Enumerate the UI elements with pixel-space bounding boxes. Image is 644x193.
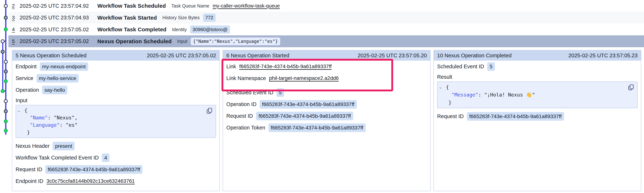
event-name: Workflow Task Completed xyxy=(97,26,166,33)
panel-title: 6 Nexus Operation Started xyxy=(226,52,289,59)
panel-header: 6 Nexus Operation Started 2025-02-25 UTC… xyxy=(223,50,430,61)
timeline-dot-started xyxy=(4,16,8,19)
history-size-badge: 772 xyxy=(203,13,216,22)
endpoint-badge: my-nexus-endpoint xyxy=(40,62,88,71)
json-code-line: { xyxy=(20,107,212,114)
timeline-dot-started xyxy=(4,109,8,113)
event-timestamp: 2025-02-25 UTC 23:57:04.93 xyxy=(20,15,97,21)
event-id-link[interactable]: 5 xyxy=(12,38,20,44)
event-attr-label: Input xyxy=(177,39,188,44)
task-queue-link[interactable]: my-caller-workflow-task-queue xyxy=(213,3,280,9)
event-name: Nexus Operation Scheduled xyxy=(97,38,172,44)
field-label: Operation ID xyxy=(226,101,256,107)
field-label: Link Namespace xyxy=(226,75,266,81)
scheduled-event-id-badge: 5 xyxy=(487,62,495,71)
field-label: Scheduled Event ID xyxy=(226,90,273,96)
panel-title: 10 Nexus Operation Completed xyxy=(437,52,512,59)
field-label: Operation Token xyxy=(226,125,265,131)
request-id-badge: f665283f-743e-4374-b45b-9a61a89337ff xyxy=(256,112,353,120)
operation-id-badge: f665283f-743e-4374-b45b-9a61a89337ff xyxy=(260,100,357,109)
timeline-dot-scheduled xyxy=(4,60,8,64)
json-code-line: "Message": "¡Hola! Nexus 👋" xyxy=(441,91,634,99)
panel-timestamp: 2025-02-25 UTC 23:57:05.20 xyxy=(358,52,427,59)
field-label: Request ID xyxy=(226,113,253,119)
timeline-dot-scheduled xyxy=(4,4,8,8)
wtc-event-id-badge: 4 xyxy=(102,154,110,162)
identity-badge: 30960@totoro@ xyxy=(190,25,230,34)
collapse-chevron-icon[interactable] xyxy=(439,85,442,90)
event-row-2[interactable]: 2 2025-02-25 UTC 23:57:04.92 Workflow Ta… xyxy=(8,0,644,12)
service-badge: my-hello-service xyxy=(36,74,79,83)
timeline-dot-scheduled xyxy=(1,39,4,43)
timeline-dot-started xyxy=(1,50,4,54)
panel-title: 5 Nexus Operation Scheduled xyxy=(16,52,86,59)
timeline-dot-scheduled xyxy=(4,99,8,103)
scheduled-event-id-badge: 5 xyxy=(276,88,284,97)
field-label: Service xyxy=(16,75,33,81)
event-name: Workflow Task Scheduled xyxy=(97,3,166,9)
field-label: Link xyxy=(226,63,236,70)
panel-nexus-operation-started: 6 Nexus Operation Started 2025-02-25 UTC… xyxy=(222,50,430,191)
event-id-link[interactable]: 4 xyxy=(12,26,20,32)
field-label: Workflow Task Completed Event ID xyxy=(16,155,99,161)
field-label: Endpoint ID xyxy=(16,178,44,184)
timeline-dot-completed xyxy=(4,119,8,123)
json-code-line: { xyxy=(441,83,634,91)
timeline-dot-completed xyxy=(4,129,8,133)
event-timestamp: 2025-02-25 UTC 23:57:05.02 xyxy=(20,26,97,33)
event-timestamp: 2025-02-25 UTC 23:57:04.92 xyxy=(20,3,97,9)
field-label: Operation xyxy=(16,87,39,93)
event-attr-label: Task Queue Name xyxy=(172,3,210,8)
result-json-viewer: {"Message": "¡Hola! Nexus 👋"} xyxy=(437,81,638,108)
timeline-dot-completed xyxy=(4,27,8,31)
copy-icon[interactable] xyxy=(206,108,213,115)
timeline-dot-completed xyxy=(1,89,4,93)
timeline-branch-line xyxy=(2,41,3,92)
event-id-link[interactable]: 3 xyxy=(12,15,20,21)
panel-header: 5 Nexus Operation Scheduled 2025-02-25 U… xyxy=(12,50,219,61)
nexus-header-badge: present xyxy=(53,142,74,150)
operation-token-badge: f665283f-743e-4374-b45b-9a61a89337ff xyxy=(268,123,366,132)
field-label: Scheduled Event ID xyxy=(437,63,484,70)
input-json-viewer: {"Name": "Nexus","Language": "es"} xyxy=(16,105,216,138)
field-label: Result xyxy=(437,74,452,80)
event-history-list: 2 2025-02-25 UTC 23:57:04.92 Workflow Ta… xyxy=(0,0,644,47)
json-code-line: } xyxy=(441,99,634,106)
copy-icon[interactable] xyxy=(628,84,634,91)
collapse-chevron-icon[interactable] xyxy=(18,108,20,114)
event-detail-panels: 5 Nexus Operation Scheduled 2025-02-25 U… xyxy=(12,50,641,191)
panel-nexus-operation-completed: 10 Nexus Operation Completed 2025-02-25 … xyxy=(434,50,641,191)
event-row-3[interactable]: 3 2025-02-25 UTC 23:57:04.93 Workflow Ta… xyxy=(8,12,644,24)
field-label: Input xyxy=(16,97,28,103)
link-uuid-link[interactable]: f665283f-743e-4374-b45b-9a61a89337ff xyxy=(239,63,332,69)
field-label: Request ID xyxy=(437,113,464,119)
field-label: Nexus Header xyxy=(16,143,50,149)
event-attr-label: History Size Bytes xyxy=(162,15,200,20)
event-attr-label: Identity xyxy=(172,27,187,32)
panel-timestamp: 2025-02-25 UTC 23:57:05.02 xyxy=(147,52,216,59)
timeline-dot-completed xyxy=(4,79,8,83)
field-label: Endpoint xyxy=(16,63,37,70)
event-row-4[interactable]: 4 2025-02-25 UTC 23:57:05.02 Workflow Ta… xyxy=(8,24,644,35)
operation-badge: say-hello xyxy=(42,86,67,94)
input-json-badge: {"Name":"Nexus","Language":"es"} xyxy=(191,37,280,45)
json-code-line: } xyxy=(20,129,212,136)
request-id-badge: f665283f-743e-4374-b45b-9a61a89337ff xyxy=(467,112,564,121)
panel-timestamp: 2025-02-25 UTC 23:57:05.23 xyxy=(568,52,638,59)
event-timeline-rail xyxy=(0,0,12,193)
panel-nexus-operation-scheduled: 5 Nexus Operation Scheduled 2025-02-25 U… xyxy=(12,50,220,191)
endpoint-id-link[interactable]: 3c0c75ccfa8144b092c13ce632463761 xyxy=(46,178,135,184)
timeline-dot-started xyxy=(4,70,8,73)
request-id-badge: f665283f-743e-4374-b45b-9a61a89337ff xyxy=(45,165,142,174)
event-name: Workflow Task Started xyxy=(97,15,157,21)
panel-header: 10 Nexus Operation Completed 2025-02-25 … xyxy=(434,50,641,61)
json-code-line: "Name": "Nexus", xyxy=(20,114,212,121)
field-label: Request ID xyxy=(16,167,42,173)
json-code-line: "Language": "es" xyxy=(20,121,212,129)
timeline-main-line xyxy=(5,0,6,135)
event-row-5-selected[interactable]: 5 2025-02-25 UTC 23:57:05.02 Nexus Opera… xyxy=(8,35,644,47)
link-namespace-link[interactable]: phil-target-namespace2.a2dd6 xyxy=(269,75,339,81)
event-id-link[interactable]: 2 xyxy=(12,3,20,9)
event-timestamp: 2025-02-25 UTC 23:57:05.02 xyxy=(20,38,97,44)
